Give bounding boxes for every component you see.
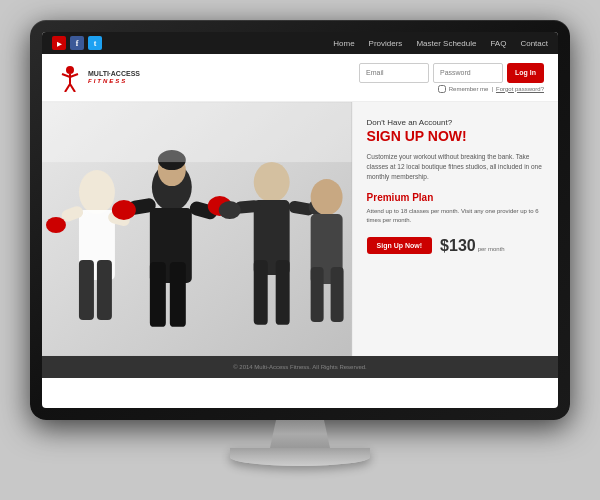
nav-providers[interactable]: Providers bbox=[369, 39, 403, 48]
hero-section: Don't Have an Account? SIGN UP NOW! Cust… bbox=[42, 102, 558, 356]
monitor-bezel: ▶ f t Home Providers Master Schedule FAQ… bbox=[30, 20, 570, 420]
password-input[interactable] bbox=[433, 63, 503, 83]
twitter-icon[interactable]: t bbox=[88, 36, 102, 50]
svg-rect-9 bbox=[79, 260, 94, 320]
premium-plan-label: Premium Plan bbox=[367, 192, 544, 203]
svg-point-32 bbox=[311, 179, 343, 215]
svg-rect-34 bbox=[311, 267, 324, 322]
top-nav: Home Providers Master Schedule FAQ Conta… bbox=[333, 39, 548, 48]
remember-row: Remember me | Forgot password? bbox=[438, 85, 544, 93]
forgot-password-link[interactable]: Forgot password? bbox=[496, 86, 544, 92]
svg-point-21 bbox=[112, 200, 136, 220]
site-footer: © 2014 Multi-Access Fitness. All Rights … bbox=[42, 356, 558, 378]
svg-line-5 bbox=[70, 84, 75, 92]
svg-rect-26 bbox=[254, 260, 268, 325]
logo-area: MULTI·ACCESS FITNESS bbox=[56, 64, 140, 92]
hero-content-panel: Don't Have an Account? SIGN UP NOW! Cust… bbox=[352, 102, 558, 356]
svg-rect-35 bbox=[331, 267, 344, 322]
nav-contact[interactable]: Contact bbox=[520, 39, 548, 48]
sign-up-heading: SIGN UP NOW! bbox=[367, 129, 544, 144]
separator: | bbox=[491, 86, 493, 92]
social-icons: ▶ f t bbox=[52, 36, 102, 50]
monitor-wrapper: ▶ f t Home Providers Master Schedule FAQ… bbox=[20, 20, 580, 480]
svg-point-0 bbox=[66, 66, 74, 74]
email-input[interactable] bbox=[359, 63, 429, 83]
monitor-screen: ▶ f t Home Providers Master Schedule FAQ… bbox=[42, 32, 558, 408]
login-inputs-row: Log In bbox=[359, 63, 544, 83]
svg-line-3 bbox=[70, 74, 78, 77]
svg-rect-27 bbox=[276, 260, 290, 325]
svg-rect-10 bbox=[97, 260, 112, 320]
svg-line-4 bbox=[65, 84, 70, 92]
top-bar: ▶ f t Home Providers Master Schedule FAQ… bbox=[42, 32, 558, 54]
hero-image bbox=[42, 102, 352, 356]
signup-button[interactable]: Sign Up Now! bbox=[367, 237, 433, 254]
nav-master-schedule[interactable]: Master Schedule bbox=[416, 39, 476, 48]
site-header: MULTI·ACCESS FITNESS Log In Remember me … bbox=[42, 54, 558, 102]
login-button[interactable]: Log In bbox=[507, 63, 544, 83]
nav-faq[interactable]: FAQ bbox=[490, 39, 506, 48]
remember-label: Remember me bbox=[449, 86, 489, 92]
remember-checkbox[interactable] bbox=[438, 85, 446, 93]
facebook-icon[interactable]: f bbox=[70, 36, 84, 50]
svg-point-30 bbox=[219, 201, 241, 219]
svg-point-24 bbox=[254, 162, 290, 202]
price-row: Sign Up Now! $130 per month bbox=[367, 237, 544, 255]
monitor-stand-base bbox=[230, 448, 370, 466]
monitor-stand-neck bbox=[270, 420, 330, 448]
svg-rect-16 bbox=[150, 262, 166, 327]
nav-home[interactable]: Home bbox=[333, 39, 354, 48]
price-period: per month bbox=[478, 246, 505, 252]
login-form-area: Log In Remember me | Forgot password? bbox=[359, 63, 544, 93]
svg-rect-17 bbox=[170, 262, 186, 327]
dont-have-text: Don't Have an Account? bbox=[367, 118, 544, 127]
youtube-icon[interactable]: ▶ bbox=[52, 36, 66, 50]
plan-description: Attend up to 18 classes per month. Visit… bbox=[367, 207, 544, 225]
price-amount: $130 bbox=[440, 237, 476, 255]
logo-line1: MULTI·ACCESS bbox=[88, 70, 140, 78]
svg-rect-36 bbox=[42, 102, 352, 162]
logo-icon bbox=[56, 64, 84, 92]
svg-point-7 bbox=[79, 170, 115, 214]
logo-line2: FITNESS bbox=[88, 78, 140, 85]
logo-text: MULTI·ACCESS FITNESS bbox=[88, 70, 140, 86]
hero-description: Customize your workout without breaking … bbox=[367, 152, 544, 181]
svg-point-13 bbox=[46, 217, 66, 233]
svg-line-2 bbox=[62, 74, 70, 77]
footer-text: © 2014 Multi-Access Fitness. All Rights … bbox=[233, 364, 366, 370]
price-display: $130 per month bbox=[440, 237, 505, 255]
